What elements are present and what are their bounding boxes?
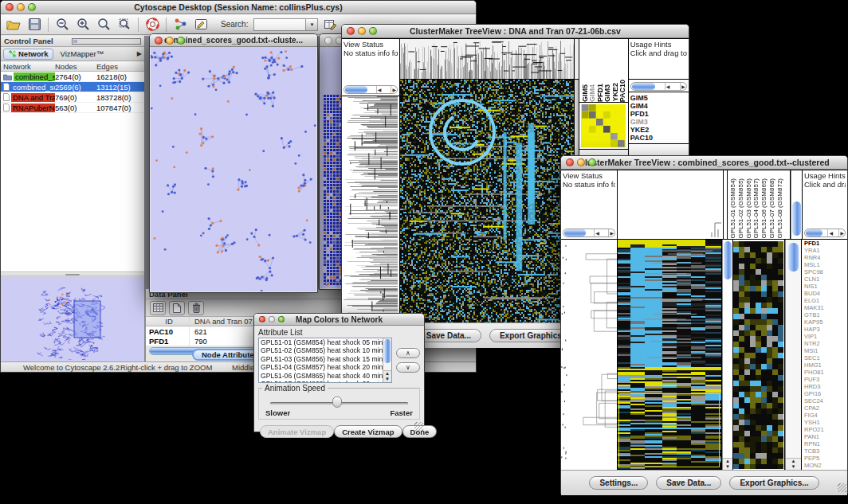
tab-overflow-arrow[interactable]: ▶ <box>137 50 142 57</box>
view-status-hscrollbar[interactable]: ◀▶ <box>563 229 615 237</box>
network-table-row[interactable]: RNAPuberNov2+563(0)107847(0) <box>1 103 144 113</box>
gene-label[interactable]: MSI1 <box>802 347 847 354</box>
create-vizmap-button[interactable]: Create Vizmap <box>334 425 402 438</box>
treeview-button[interactable]: Export Graphics... <box>729 476 819 490</box>
resize-grip[interactable] <box>838 483 846 492</box>
gene-label[interactable]: PUF3 <box>802 376 847 383</box>
tv1-zoom-matrix[interactable] <box>579 103 628 149</box>
attribute-item[interactable]: GPL51-07 (GSM868) heat shock 60 min <box>259 380 382 383</box>
treeview-button[interactable]: Save Data... <box>656 476 721 490</box>
close-button[interactable] <box>347 27 355 35</box>
gene-label[interactable]: FIG4 <box>802 412 847 419</box>
tv1-column-dendrogram[interactable] <box>400 39 574 79</box>
tab-vizmapper[interactable]: VizMapper™ <box>55 49 108 60</box>
minimize-button[interactable] <box>166 37 174 45</box>
tv2-global-heatmap[interactable] <box>618 240 721 470</box>
treeview-button[interactable]: Settings... <box>589 476 648 490</box>
gene-label[interactable]: HRD3 <box>802 383 847 390</box>
close-button[interactable] <box>155 37 163 45</box>
gene-label[interactable]: PAN1 <box>802 433 847 440</box>
speed-slider-thumb[interactable] <box>332 397 342 408</box>
tv1-titlebar[interactable]: ClusterMaker TreeView : DNA and Tran 07-… <box>342 25 689 38</box>
gene-label[interactable]: MAK31 <box>802 304 847 311</box>
gene-label[interactable]: MON2 <box>802 462 847 469</box>
close-button[interactable] <box>324 37 332 45</box>
open-session-button[interactable] <box>5 17 22 33</box>
close-button[interactable] <box>259 316 265 322</box>
gene-label[interactable]: SEC1 <box>802 354 847 361</box>
dialog-titlebar[interactable]: Map Colors to Network <box>254 314 424 326</box>
gene-label[interactable]: GPI16 <box>802 390 847 397</box>
close-button[interactable] <box>6 3 14 11</box>
zoom-selected-icon[interactable] <box>116 17 133 33</box>
gene-label[interactable]: YSH1 <box>802 419 847 426</box>
float-panel-icon[interactable] <box>72 38 141 45</box>
zoom-button[interactable] <box>177 37 185 45</box>
gene-label[interactable]: YRA1 <box>802 247 847 254</box>
gene-label[interactable]: RNR4 <box>802 254 847 261</box>
zoom-button[interactable] <box>369 27 377 35</box>
gene-label[interactable]: PHO81 <box>802 369 847 376</box>
help-icon[interactable] <box>143 17 161 33</box>
netwin1-titlebar[interactable]: combined_scores_good.txt--cluste... <box>150 34 317 47</box>
gene-label[interactable]: ELG1 <box>802 297 847 304</box>
minimize-button[interactable] <box>269 316 275 322</box>
gene-label[interactable]: RPO21 <box>802 426 847 433</box>
gene-label[interactable]: HAP3 <box>802 326 847 333</box>
move-up-button[interactable]: ∧ <box>396 348 420 358</box>
gene-label[interactable]: SPC98 <box>802 268 847 275</box>
tab-network[interactable]: Network <box>3 49 53 60</box>
network-canvas[interactable] <box>151 47 316 291</box>
zoom-in-icon[interactable] <box>74 17 92 33</box>
search-input[interactable] <box>253 18 306 31</box>
gene-label[interactable]: VIP1 <box>802 333 847 340</box>
zoom-button[interactable] <box>278 316 285 322</box>
tv1-row-dendrogram[interactable] <box>342 96 399 322</box>
gene-label[interactable]: BUD4 <box>802 290 847 297</box>
gene-label[interactable]: TCB3 <box>802 447 847 455</box>
resize-grip[interactable] <box>414 422 423 431</box>
network-table-row[interactable]: DNA and Tran 07769(0)183728(0) <box>1 92 144 103</box>
move-down-button[interactable]: ∨ <box>396 362 420 373</box>
attribute-item[interactable]: GPL51-04 (GSM857) heat shock 20 min <box>259 363 382 371</box>
gene-label[interactable]: SEC24 <box>802 397 847 404</box>
minimize-button[interactable] <box>577 158 585 166</box>
gene-label[interactable]: NIS1 <box>802 283 847 290</box>
tv2-global-vscrollbar[interactable]: ▲▼ <box>722 240 732 470</box>
attribute-item[interactable]: GPL51-03 (GSM856) heat shock 15 min <box>259 355 382 363</box>
save-session-button[interactable] <box>26 17 43 33</box>
network-editor-icon[interactable] <box>171 17 189 33</box>
zoom-out-icon[interactable] <box>53 17 71 33</box>
view-status-hscrollbar[interactable]: ◀▶ <box>344 85 398 94</box>
tv2-labels-vscrollbar[interactable] <box>791 170 802 239</box>
gene-label[interactable]: RPN1 <box>802 440 847 447</box>
zoom-button[interactable] <box>588 158 596 166</box>
gene-label[interactable]: NTR2 <box>802 340 847 347</box>
attribute-editor-icon[interactable] <box>321 17 339 33</box>
tv1-hints-hscrollbar[interactable]: ◀▶ <box>629 80 689 92</box>
tv2-column-dendrogram[interactable] <box>618 170 723 239</box>
tv2-row-dendrogram[interactable] <box>561 240 617 470</box>
attribute-item[interactable]: GPL51-01 (GSM854) heat shock 05 min <box>259 338 382 346</box>
attribute-list-vscrollbar[interactable]: ▲▼ <box>383 338 391 382</box>
gene-label[interactable]: PFD1 <box>802 240 847 247</box>
tv1-heatmap[interactable] <box>400 80 574 322</box>
minimize-button[interactable] <box>17 3 25 11</box>
gene-label[interactable]: GTB1 <box>802 311 847 318</box>
network-overview-thumbnail[interactable] <box>1 277 144 361</box>
annotation-icon[interactable] <box>192 17 210 33</box>
new-attribute-icon[interactable] <box>169 301 185 315</box>
attribute-item[interactable]: GPL51-06 (GSM865) heat shock 40 min <box>259 372 382 380</box>
gene-label[interactable]: HMG1 <box>802 361 847 369</box>
treeview-button[interactable]: Save Data... <box>416 329 481 342</box>
tv2-genelist-vscrollbar[interactable]: ▲▼ <box>785 240 801 470</box>
zoom-fit-icon[interactable] <box>95 17 112 33</box>
gene-label[interactable]: PEP5 <box>802 455 847 462</box>
gene-label[interactable]: CLN1 <box>802 275 847 283</box>
zoom-button[interactable] <box>28 3 36 11</box>
select-attributes-icon[interactable] <box>150 301 166 315</box>
main-titlebar[interactable]: Cytoscape Desktop (Session Name: collins… <box>1 1 476 14</box>
delete-attribute-icon[interactable] <box>188 301 204 315</box>
network-table-row[interactable]: combined_scores2764(0)16218(0) <box>1 72 144 82</box>
tv2-titlebar[interactable]: ClusterMaker TreeView : combined_scores_… <box>561 156 847 170</box>
